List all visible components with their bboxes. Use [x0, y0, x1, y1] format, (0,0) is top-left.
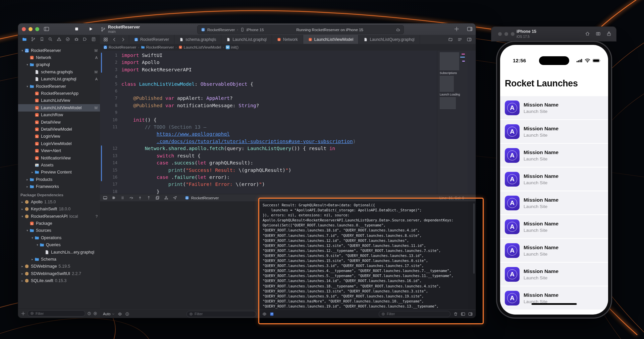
disclosure-open-icon[interactable]: ▾: [20, 49, 24, 52]
sidebar-toggle-icon[interactable]: [44, 26, 49, 32]
navigator-item-sdwebimage[interactable]: ▸SDWebImage5.19.5: [18, 263, 100, 270]
tab-schema-graphqls[interactable]: schema.graphqls: [174, 35, 221, 44]
editor-options-icon[interactable]: [458, 37, 462, 42]
step-out-icon[interactable]: [147, 196, 151, 200]
disclosure-closed-icon[interactable]: ▸: [20, 279, 24, 282]
disclosure-open-icon[interactable]: ▾: [20, 215, 24, 218]
variables-filter-input[interactable]: [195, 312, 254, 316]
variables-filter[interactable]: [186, 311, 256, 317]
tab-rocketreserver[interactable]: RocketReserver: [129, 35, 174, 44]
tab-network[interactable]: Network: [272, 35, 303, 44]
issues-icon[interactable]: [57, 37, 61, 42]
memory-graph-icon[interactable]: [164, 196, 168, 200]
step-into-icon[interactable]: [138, 196, 142, 200]
navigator-filter-input[interactable]: [36, 312, 83, 316]
tab-overview-icon[interactable]: [103, 37, 108, 42]
navigator-item-view-alert[interactable]: View+Alert: [18, 147, 100, 154]
activity-status-bar[interactable]: RocketReserver › iPhone 15 Running Rocke…: [197, 25, 404, 34]
add-editor-icon[interactable]: [454, 26, 460, 32]
launch-list-item[interactable]: AMission NameLaunch Site: [500, 239, 608, 262]
navigator-item-detailview[interactable]: DetailView: [18, 119, 100, 126]
home-icon[interactable]: [585, 31, 590, 36]
navigator-item-assets[interactable]: Assets: [18, 161, 100, 168]
tab-launchlistviewmodel[interactable]: LaunchListViewModel: [303, 35, 359, 44]
disclosure-open-icon[interactable]: ▾: [25, 229, 30, 232]
tab-launchlist-graphql[interactable]: LaunchList.graphql: [221, 35, 272, 44]
navigator-item-keychainswift[interactable]: ▸KeychainSwift18.0.0: [18, 206, 100, 213]
launch-list-item[interactable]: AMission NameLaunch Site: [500, 263, 608, 286]
debug-process[interactable]: RocketReserver: [185, 196, 219, 200]
tab-launchlistquery-graphql[interactable]: LaunchListQuery.graphql: [359, 35, 420, 44]
source-control-icon[interactable]: [31, 37, 36, 42]
bookmarks-icon[interactable]: [40, 37, 44, 42]
minimap[interactable]: Subscriptions Launch Loading: [437, 51, 467, 194]
console-output[interactable]: Success! Result: GraphQLResult<Data>(dat…: [263, 203, 470, 310]
disclosure-closed-icon[interactable]: ▸: [20, 272, 24, 275]
nav-forward-icon[interactable]: [121, 37, 125, 42]
code-review-icon[interactable]: [448, 37, 453, 42]
scm-filter-icon[interactable]: [93, 312, 97, 316]
navigator-item-sqlite-swift[interactable]: ▸SQLite.swift0.15.3: [18, 277, 100, 284]
navigator-item-frameworks[interactable]: ▸Frameworks: [18, 183, 100, 190]
tests-icon[interactable]: [65, 37, 70, 42]
navigator-item-launchlist-graphql[interactable]: LaunchList.graphqlA: [18, 76, 100, 83]
breadcrumb-item[interactable]: RocketReserver: [103, 45, 136, 49]
hide-debug-icon[interactable]: [103, 196, 107, 200]
console-filter[interactable]: [379, 311, 450, 317]
disclosure-closed-icon[interactable]: ▸: [20, 207, 24, 211]
recent-files-filter-icon[interactable]: [87, 312, 91, 316]
home-indicator[interactable]: [532, 303, 577, 305]
navigator-item-schema[interactable]: ▸Schema: [18, 256, 100, 263]
simulate-location-icon[interactable]: [173, 196, 177, 200]
close-button[interactable]: [498, 32, 502, 36]
launch-list-item[interactable]: AMission NameLaunch Site: [500, 96, 608, 119]
toggle-console-icon[interactable]: [468, 312, 473, 316]
launch-list-item[interactable]: AMission NameLaunch Site: [500, 144, 608, 167]
navigator-section-header[interactable]: Package Dependencies: [18, 191, 100, 198]
navigator-item-notificationview[interactable]: NotificationView: [18, 154, 100, 161]
navigator-item-rocketreserverapp[interactable]: RocketReserverApp: [18, 90, 100, 97]
navigator-filter[interactable]: [28, 310, 85, 317]
navigator-item-operations[interactable]: ▾Operations: [18, 234, 100, 241]
disclosure-closed-icon[interactable]: ▸: [30, 258, 35, 261]
breadcrumb-item[interactable]: RocketReserver: [141, 45, 174, 49]
add-file-icon[interactable]: [21, 311, 25, 316]
navigator-item-network[interactable]: NetworkA: [18, 54, 100, 61]
disclosure-closed-icon[interactable]: ▸: [25, 185, 30, 188]
disclosure-open-icon[interactable]: ▾: [35, 243, 40, 247]
navigator-item-launchrow[interactable]: LaunchRow: [18, 112, 100, 119]
minimize-button[interactable]: [29, 27, 33, 31]
navigator-item-rocketreserver[interactable]: ▾RocketReserverM: [18, 47, 100, 54]
disclosure-closed-icon[interactable]: ▸: [25, 178, 30, 181]
debugger-output-icon[interactable]: [270, 312, 274, 316]
zoom-button[interactable]: [35, 27, 39, 31]
metadata-eye-icon[interactable]: [262, 312, 267, 316]
quicklook-icon[interactable]: [118, 312, 122, 316]
disclosure-closed-icon[interactable]: ▸: [30, 171, 35, 174]
navigator-item-sources[interactable]: ▾Sources: [18, 227, 100, 234]
launch-list-item[interactable]: AMission NameLaunch Site: [500, 120, 608, 143]
console-filter-input[interactable]: [387, 312, 448, 316]
breadcrumb-item[interactable]: LaunchListViewModel: [178, 45, 221, 49]
navigator-item-loginview[interactable]: LoginView: [18, 133, 100, 140]
search-icon[interactable]: [48, 37, 53, 42]
toggle-variables-icon[interactable]: [461, 312, 465, 316]
view-debugger-icon[interactable]: [155, 196, 160, 200]
split-editor-icon[interactable]: [467, 26, 473, 32]
navigator-item-launchlis-ery-graphql[interactable]: LaunchLis...ery.graphql: [18, 249, 100, 256]
trash-icon[interactable]: [453, 312, 458, 316]
project-navigator-icon[interactable]: [22, 37, 27, 42]
screenshot-icon[interactable]: [596, 31, 601, 36]
stop-button[interactable]: [74, 26, 79, 31]
source-editor[interactable]: 1import SwiftUI2import Apollo3import Roc…: [100, 51, 476, 194]
navigator-item-launchlistviewmodel[interactable]: LaunchListViewModelM: [18, 104, 100, 111]
launch-list-item[interactable]: AMission NameLaunch Site: [500, 191, 608, 214]
navigator-item-products[interactable]: ▸Products: [18, 176, 100, 183]
navigator-item-package[interactable]: Package: [18, 220, 100, 227]
run-button[interactable]: [88, 26, 93, 31]
disclosure-open-icon[interactable]: ▾: [30, 236, 35, 240]
disclosure-closed-icon[interactable]: ▸: [20, 265, 24, 268]
launch-list-item[interactable]: AMission NameLaunch Site: [500, 167, 608, 191]
iphone-screen[interactable]: 12:56 Rocket Launches AMission NameLaunc…: [500, 45, 608, 315]
navigator-item-apollo[interactable]: ▸Apollo1.15.0: [18, 198, 100, 205]
